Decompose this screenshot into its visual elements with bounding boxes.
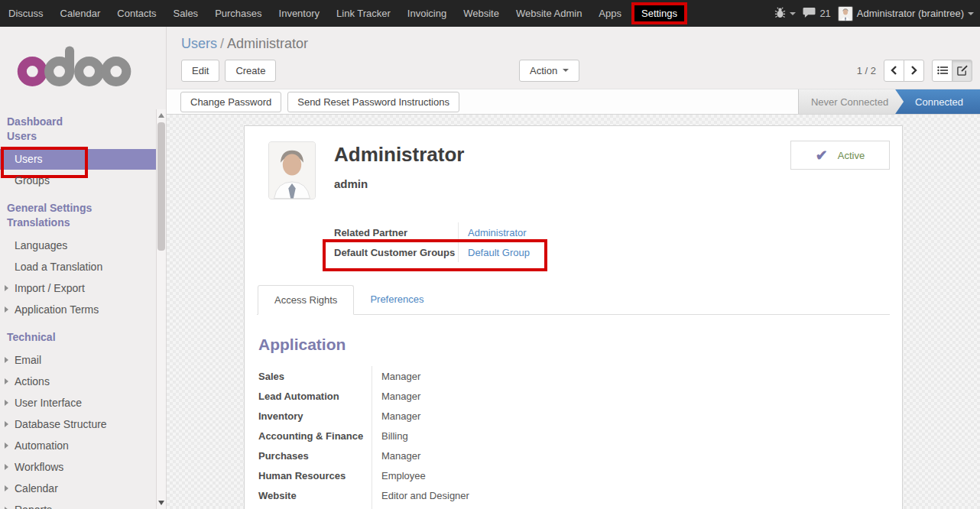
change-password-button[interactable]: Change Password bbox=[180, 92, 281, 112]
breadcrumb: Users/Administrator bbox=[167, 27, 980, 52]
app-row-value: Settings bbox=[372, 505, 570, 509]
chevron-right-icon bbox=[5, 485, 8, 491]
scroll-up-icon[interactable] bbox=[158, 113, 164, 118]
action-button[interactable]: Action bbox=[519, 60, 579, 82]
tabs: Access RightsPreferences bbox=[257, 285, 890, 315]
field-value-link-default-group[interactable]: Default Group bbox=[468, 247, 530, 258]
sidebar-item-application-terms[interactable]: Application Terms bbox=[0, 300, 166, 320]
messages-button[interactable]: 21 bbox=[803, 7, 830, 21]
app-row-value: Manager bbox=[372, 366, 570, 386]
tab-preferences[interactable]: Preferences bbox=[354, 285, 440, 315]
field-label: Related Partner bbox=[334, 222, 458, 242]
scroll-down-icon[interactable] bbox=[158, 501, 164, 505]
sidebar-item-label: Actions bbox=[15, 375, 50, 387]
form-background: Administrator admin ✔ Active Related Par… bbox=[167, 115, 980, 509]
status-row: Change PasswordSend Reset Password Instr… bbox=[167, 89, 980, 115]
sidebar-item-email[interactable]: Email bbox=[0, 350, 166, 371]
app-row-label: Sales bbox=[258, 366, 372, 386]
sidebar-item-label: Load a Translation bbox=[15, 261, 102, 273]
sidebar-item-import-export[interactable]: Import / Export bbox=[0, 278, 166, 299]
pager-prev-button[interactable] bbox=[884, 60, 904, 82]
nav-item-discuss[interactable]: Discuss bbox=[0, 0, 52, 27]
odoo-logo bbox=[0, 27, 166, 103]
main-layout: DashboardUsersUsersGroupsGeneral Setting… bbox=[0, 27, 980, 509]
chevron-right-icon bbox=[5, 378, 8, 384]
title-block: Administrator admin bbox=[334, 141, 464, 199]
sidebar-item-label: Users bbox=[15, 153, 43, 165]
sidebar-item-label: Automation bbox=[15, 439, 69, 452]
app-row-value: Billing bbox=[372, 426, 570, 446]
app-row-lead-automation: Lead AutomationManager bbox=[258, 386, 890, 406]
sidebar-header-translations: Translations bbox=[0, 216, 166, 230]
nav-item-website[interactable]: Website bbox=[455, 0, 508, 27]
sidebar-item-groups[interactable]: Groups bbox=[0, 170, 166, 191]
debug-menu[interactable] bbox=[774, 7, 796, 21]
sidebar-item-calendar[interactable]: Calendar bbox=[0, 478, 166, 499]
field-row-related-partner: Related PartnerAdministrator bbox=[334, 222, 890, 242]
edit-form-icon bbox=[957, 65, 968, 76]
nav-item-contacts[interactable]: Contacts bbox=[109, 0, 164, 27]
sidebar-item-actions[interactable]: Actions bbox=[0, 371, 166, 392]
field-value-link-administrator[interactable]: Administrator bbox=[468, 227, 527, 238]
create-button[interactable]: Create bbox=[225, 60, 276, 82]
user-menu[interactable]: Administrator (braintree) bbox=[838, 6, 974, 21]
sidebar-item-label: Workflows bbox=[15, 461, 63, 473]
edit-button[interactable]: Edit bbox=[181, 60, 219, 82]
sidebar-item-workflows[interactable]: Workflows bbox=[0, 457, 166, 478]
status-state-never-connected[interactable]: Never Connected bbox=[798, 89, 904, 114]
app-row-inventory: InventoryManager bbox=[258, 406, 890, 426]
sidebar-item-label: Reports bbox=[15, 504, 52, 509]
app-row-label: Human Resources bbox=[258, 465, 372, 485]
field-value: Default Group bbox=[458, 242, 626, 262]
active-toggle[interactable]: ✔ Active bbox=[790, 141, 890, 170]
nav-item-purchases[interactable]: Purchases bbox=[206, 0, 270, 27]
sidebar-item-automation[interactable]: Automation bbox=[0, 436, 166, 456]
app-row-value: Manager bbox=[372, 386, 570, 406]
view-switcher bbox=[932, 60, 972, 82]
sidebar-item-label: Technical bbox=[7, 331, 56, 343]
chevron-right-icon bbox=[5, 357, 8, 363]
nav-item-apps[interactable]: Apps bbox=[590, 0, 630, 27]
nav-item-link-tracker[interactable]: Link Tracker bbox=[328, 0, 399, 27]
sidebar-item-load-a-translation[interactable]: Load a Translation bbox=[0, 257, 166, 277]
form-sheet: Administrator admin ✔ Active Related Par… bbox=[244, 125, 903, 509]
avatar-image bbox=[268, 141, 316, 199]
nav-item-website-admin[interactable]: Website Admin bbox=[508, 0, 590, 27]
scrollbar-thumb[interactable] bbox=[157, 122, 165, 251]
form-view-button[interactable] bbox=[952, 60, 972, 82]
chevron-right-icon bbox=[5, 443, 8, 449]
sidebar-item-reports[interactable]: Reports bbox=[0, 500, 166, 509]
chevron-right-icon bbox=[5, 306, 8, 313]
sidebar-item-label: Dashboard bbox=[7, 115, 63, 128]
send-reset-password-button[interactable]: Send Reset Password Instructions bbox=[287, 92, 459, 112]
action-button-label: Action bbox=[530, 65, 557, 76]
nav-item-calendar[interactable]: Calendar bbox=[52, 0, 109, 27]
bug-icon bbox=[774, 7, 786, 21]
app-row-value: Editor and Designer bbox=[372, 485, 570, 505]
sidebar-scrollbar[interactable] bbox=[156, 109, 166, 509]
nav-item-invoicing[interactable]: Invoicing bbox=[399, 0, 455, 27]
status-state-connected[interactable]: Connected bbox=[895, 89, 980, 114]
nav-item-sales[interactable]: Sales bbox=[165, 0, 207, 27]
nav-item-inventory[interactable]: Inventory bbox=[271, 0, 328, 27]
topnav-menu: DiscussCalendarContactsSalesPurchasesInv… bbox=[0, 0, 689, 27]
sidebar-item-users[interactable]: Users bbox=[0, 149, 157, 170]
nav-item-settings[interactable]: Settings bbox=[631, 2, 687, 24]
control-panel: Edit Create Action 1 / 2 bbox=[167, 52, 980, 89]
tab-access-rights[interactable]: Access Rights bbox=[258, 285, 354, 315]
sidebar-item-user-interface[interactable]: User Interface bbox=[0, 393, 166, 413]
list-view-button[interactable] bbox=[932, 60, 952, 82]
app-row-website: WebsiteEditor and Designer bbox=[258, 485, 890, 505]
sidebar-item-database-structure[interactable]: Database Structure bbox=[0, 414, 166, 435]
field-label: Default Customer Groups bbox=[334, 242, 458, 262]
status-buttons: Change PasswordSend Reset Password Instr… bbox=[167, 89, 466, 114]
sidebar-item-label: Email bbox=[15, 354, 41, 366]
breadcrumb-link-users[interactable]: Users bbox=[181, 36, 217, 51]
pager: 1 / 2 bbox=[857, 60, 972, 82]
chevron-down-icon bbox=[563, 69, 569, 72]
pager-next-button[interactable] bbox=[904, 60, 924, 82]
sidebar-item-languages[interactable]: Languages bbox=[0, 235, 166, 256]
chevron-right-icon bbox=[5, 421, 8, 427]
record-title: Administrator bbox=[334, 143, 464, 166]
fields: Related PartnerAdministratorDefault Cust… bbox=[334, 222, 890, 262]
